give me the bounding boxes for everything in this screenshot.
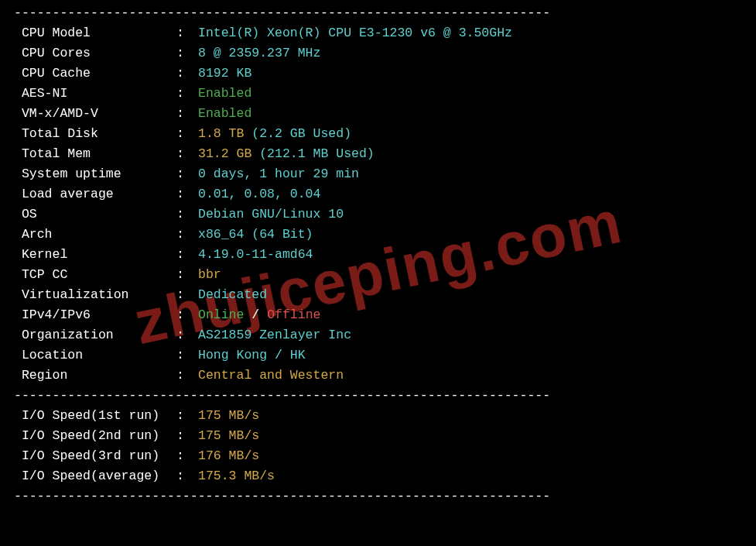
- info-row: Virtualization: Dedicated: [14, 285, 742, 305]
- info-label: CPU Cache: [14, 64, 176, 84]
- info-label: CPU Cores: [14, 43, 176, 64]
- info-row: Total Disk: 1.8 TB (2.2 GB Used): [14, 124, 742, 144]
- colon: :: [176, 366, 198, 386]
- info-value: 31.2 GB (212.1 MB Used): [198, 144, 742, 164]
- info-label: I/O Speed(1st run): [14, 406, 176, 426]
- info-value: 175.3 MB/s: [198, 466, 742, 486]
- value-segment: Enabled: [198, 86, 251, 101]
- info-row: Total Mem: 31.2 GB (212.1 MB Used): [14, 144, 742, 164]
- info-value: 4.19.0-11-amd64: [198, 245, 742, 265]
- value-segment: 4.19.0-11-amd64: [198, 247, 313, 262]
- colon: :: [176, 406, 198, 426]
- divider-top: ----------------------------------------…: [14, 3, 742, 23]
- info-value: Online / Offline: [198, 305, 742, 325]
- divider-mid: ----------------------------------------…: [14, 386, 742, 406]
- value-segment: Enabled: [198, 106, 251, 121]
- info-label: I/O Speed(2nd run): [14, 426, 176, 446]
- info-row: I/O Speed(average): 175.3 MB/s: [14, 466, 742, 486]
- info-label: Region: [14, 366, 176, 386]
- value-segment: Central and Western: [198, 368, 344, 383]
- info-label: Virtualization: [14, 285, 176, 305]
- io-speed-block: I/O Speed(1st run): 175 MB/s I/O Speed(2…: [14, 406, 742, 486]
- value-segment: (212.1 MB Used): [259, 146, 375, 161]
- info-value: 1.8 TB (2.2 GB Used): [198, 124, 742, 144]
- colon: :: [176, 43, 198, 64]
- info-label: TCP CC: [14, 265, 176, 285]
- info-value: bbr: [198, 265, 742, 285]
- info-label: Location: [14, 345, 176, 366]
- colon: :: [176, 144, 198, 164]
- info-row: CPU Cores: 8 @ 2359.237 MHz: [14, 43, 742, 64]
- info-value: 0.01, 0.08, 0.04: [198, 184, 742, 204]
- info-value: Dedicated: [198, 285, 742, 305]
- value-segment: 1.8 TB: [198, 126, 251, 141]
- value-segment: Intel(R) Xeon(R) CPU E3-1230 v6 @ 3.50GH…: [198, 26, 512, 40]
- colon: :: [176, 265, 198, 285]
- colon: :: [176, 23, 198, 43]
- value-segment: Dedicated: [198, 287, 267, 302]
- info-row: Load average: 0.01, 0.08, 0.04: [14, 184, 742, 204]
- colon: :: [176, 164, 198, 184]
- info-label: Total Disk: [14, 124, 176, 144]
- colon: :: [176, 84, 198, 104]
- colon: :: [176, 305, 198, 325]
- value-segment: 175.3 MB/s: [198, 469, 275, 483]
- value-segment: Hong Kong / HK: [198, 348, 306, 362]
- colon: :: [176, 426, 198, 446]
- info-label: Total Mem: [14, 144, 176, 164]
- value-segment: Debian GNU/Linux 10: [198, 207, 344, 221]
- value-segment: x86_64 (64 Bit): [198, 227, 313, 242]
- colon: :: [176, 466, 198, 486]
- value-segment: /: [244, 307, 267, 322]
- colon: :: [176, 124, 198, 144]
- value-segment: 175 MB/s: [198, 428, 259, 443]
- colon: :: [176, 345, 198, 366]
- info-row: OS: Debian GNU/Linux 10: [14, 204, 742, 225]
- info-value: Hong Kong / HK: [198, 345, 742, 366]
- info-label: VM-x/AMD-V: [14, 104, 176, 124]
- info-value: 175 MB/s: [198, 406, 742, 426]
- info-row: I/O Speed(3rd run): 176 MB/s: [14, 446, 742, 466]
- value-segment: Offline: [267, 307, 320, 322]
- info-row: TCP CC: bbr: [14, 265, 742, 285]
- value-segment: Online: [198, 307, 244, 322]
- value-segment: 176 MB/s: [198, 448, 259, 463]
- info-value: Central and Western: [198, 366, 742, 386]
- info-label: IPv4/IPv6: [14, 305, 176, 325]
- value-segment: bbr: [198, 267, 221, 282]
- terminal-output: ----------------------------------------…: [0, 3, 756, 507]
- system-info-block: CPU Model: Intel(R) Xeon(R) CPU E3-1230 …: [14, 23, 742, 386]
- value-segment: 8 @ 2359.237 MHz: [198, 46, 320, 60]
- value-segment: 31.2 GB: [198, 146, 259, 161]
- info-value: 8 @ 2359.237 MHz: [198, 43, 742, 64]
- info-row: I/O Speed(2nd run): 175 MB/s: [14, 426, 742, 446]
- info-value: 0 days, 1 hour 29 min: [198, 164, 742, 184]
- info-row: System uptime: 0 days, 1 hour 29 min: [14, 164, 742, 184]
- info-label: System uptime: [14, 164, 176, 184]
- info-row: Location: Hong Kong / HK: [14, 345, 742, 366]
- colon: :: [176, 104, 198, 124]
- info-row: Arch: x86_64 (64 Bit): [14, 225, 742, 245]
- value-segment: 8192 KB: [198, 66, 251, 81]
- colon: :: [176, 446, 198, 466]
- info-row: Region: Central and Western: [14, 366, 742, 386]
- info-label: I/O Speed(3rd run): [14, 446, 176, 466]
- value-segment: (2.2 GB Used): [251, 126, 351, 141]
- info-value: 176 MB/s: [198, 446, 742, 466]
- colon: :: [176, 64, 198, 84]
- info-value: 175 MB/s: [198, 426, 742, 446]
- value-segment: 0 days, 1 hour 29 min: [198, 167, 359, 181]
- info-label: Load average: [14, 184, 176, 204]
- info-row: IPv4/IPv6: Online / Offline: [14, 305, 742, 325]
- info-label: OS: [14, 204, 176, 225]
- info-label: I/O Speed(average): [14, 466, 176, 486]
- info-label: Organization: [14, 325, 176, 345]
- info-label: AES-NI: [14, 84, 176, 104]
- colon: :: [176, 184, 198, 204]
- info-row: I/O Speed(1st run): 175 MB/s: [14, 406, 742, 426]
- info-row: CPU Model: Intel(R) Xeon(R) CPU E3-1230 …: [14, 23, 742, 43]
- info-value: Debian GNU/Linux 10: [198, 204, 742, 225]
- colon: :: [176, 285, 198, 305]
- info-row: AES-NI: Enabled: [14, 84, 742, 104]
- info-value: Intel(R) Xeon(R) CPU E3-1230 v6 @ 3.50GH…: [198, 23, 742, 43]
